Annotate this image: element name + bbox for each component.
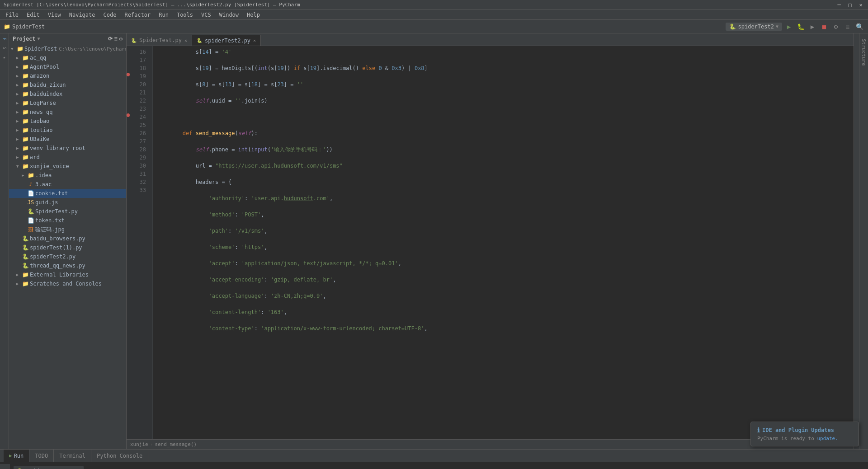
tree-item-taobao[interactable]: ▶📁taobao <box>9 117 126 126</box>
project-selector[interactable]: 📁 SpiderTest <box>4 23 45 30</box>
tree-item-news-qq[interactable]: ▶📁news_qq <box>9 108 126 117</box>
tree-item-idea[interactable]: ▶📁.idea <box>9 171 126 180</box>
tab-spidertest-py[interactable]: 🐍 SpiderTest.py ✕ <box>127 35 192 46</box>
editor-area: 🐍 SpiderTest.py ✕ 🐍 spiderTest2.py ✕ <box>127 33 854 449</box>
menu-edit[interactable]: Edit <box>23 11 43 19</box>
notification-link[interactable]: update. <box>817 436 838 441</box>
tree-item-spidertest-py[interactable]: ▶🐍SpiderTest.py <box>9 207 126 216</box>
tree-item-yanzhengma[interactable]: ▶🖼验证码.jpg <box>9 225 126 234</box>
tree-item-amazon[interactable]: ▶📁amazon <box>9 71 126 80</box>
tree-item-wrd[interactable]: ▶📁wrd <box>9 153 126 162</box>
run-minimize-btn[interactable]: — <box>77 467 80 469</box>
debug-button[interactable]: 🐛 <box>796 22 806 32</box>
stop-button[interactable]: ■ <box>819 22 829 32</box>
menu-view[interactable]: View <box>44 11 65 19</box>
tree-item-baiduindex[interactable]: ▶📁baiduindex <box>9 89 126 98</box>
project-header: Project ▼ ⟳ ≡ ⚙ <box>9 33 126 44</box>
code-line-17: s[19] = hexDigits[(int(s[19]) if s[19].i… <box>156 64 850 72</box>
code-line-32: 'content-length': '163', <box>156 308 850 316</box>
code-editor[interactable]: 16 17 18 19 20 21 22 23 24 25 26 27 28 2… <box>127 46 854 439</box>
coverage-button[interactable]: ▶ <box>807 22 817 32</box>
code-line-31: 'accept-language': 'zh-CN,zh;q=0.9', <box>156 292 850 300</box>
tree-item-guid[interactable]: ▶JSguid.js <box>9 198 126 207</box>
code-line-20 <box>156 113 850 121</box>
terminal-tab-label: Terminal <box>59 453 85 459</box>
settings-button[interactable]: ≡ <box>843 22 853 32</box>
code-line-25: 'authority': 'user.api.hudunsoft.com', <box>156 194 850 202</box>
build-button[interactable]: ⚙ <box>831 22 841 32</box>
tree-item-scratches[interactable]: ▶📁Scratches and Consoles <box>9 279 126 288</box>
breakpoint-19[interactable] <box>127 73 130 76</box>
project-settings-icon[interactable]: ≡ <box>114 36 118 42</box>
tree-item-baidu-zixun[interactable]: ▶📁baidu_zixun <box>9 80 126 89</box>
favorites-tool-icon[interactable]: ★ <box>0 53 9 61</box>
tree-item-spidertest2[interactable]: ▶🐍spiderTest2.py <box>9 252 126 261</box>
tree-item-thread-qq[interactable]: ▶🐍thread_qq_news.py <box>9 261 126 270</box>
project-gear-icon[interactable]: ⚙ <box>119 36 123 42</box>
code-content[interactable]: s[14] = '4' s[19] = hexDigits[(int(s[19]… <box>153 46 854 439</box>
bottom-panel: ▶ Run TODO Terminal Python Console ▶ ■ ⏸… <box>0 449 868 469</box>
tree-root[interactable]: ▼ 📁 SpiderTest C:\Users\lenovo\PycharmPr… <box>9 44 126 53</box>
run-subtab-close[interactable]: ✕ <box>65 467 68 469</box>
menu-bar: File Edit View Navigate Code Refactor Ru… <box>0 10 868 20</box>
structure-tab[interactable]: Structure <box>860 35 868 70</box>
structure-tool-icon[interactable]: S <box>0 44 9 52</box>
tree-item-ubaike[interactable]: ▶📁UBaiKe <box>9 135 126 144</box>
title-bar: SpiderTest [C:\Users\lenovo\PycharmProje… <box>0 0 868 10</box>
tree-item-spidertest1[interactable]: ▶🐍spiderTest(1).py <box>9 243 126 252</box>
menu-file[interactable]: File <box>2 11 22 19</box>
tab-close-spidertest2[interactable]: ✕ <box>253 38 256 43</box>
menu-refactor[interactable]: Refactor <box>121 11 154 19</box>
run-subtab-label[interactable]: spiderTest2 <box>26 467 62 469</box>
project-header-icons: ⟳ ≡ ⚙ <box>108 36 123 42</box>
tree-item-xunjie[interactable]: ▼📁xunjie_voice <box>9 162 126 171</box>
run-settings-btn[interactable]: ⚙ <box>72 467 75 469</box>
run-output: 🐍 spiderTest2 ✕ ⚙ — C:\Users\lenovo\Pych… <box>10 464 868 469</box>
menu-tools[interactable]: Tools <box>173 11 197 19</box>
notification-body: PyCharm is ready to update. <box>757 436 852 441</box>
minimize-button[interactable]: ─ <box>835 2 843 8</box>
tree-item-ac_qq[interactable]: ▶📁ac_qq <box>9 53 126 62</box>
code-line-23: url = "https://user.api.hudunsoft.com/v1… <box>156 162 850 170</box>
tree-item-external-libraries[interactable]: ▶📁External Libraries <box>9 270 126 279</box>
menu-window[interactable]: Window <box>216 11 242 19</box>
menu-navigate[interactable]: Navigate <box>66 11 99 19</box>
tree-item-cookie[interactable]: ▶📄cookie.txt <box>9 189 126 198</box>
menu-run[interactable]: Run <box>155 11 172 19</box>
maximize-button[interactable]: □ <box>846 2 854 8</box>
menu-help[interactable]: Help <box>243 11 264 19</box>
tree-item-3aac[interactable]: ▶♪3.aac <box>9 180 126 189</box>
tab-close-spidertest[interactable]: ✕ <box>184 38 187 43</box>
menu-code[interactable]: Code <box>100 11 120 19</box>
close-button[interactable]: ✕ <box>857 2 864 8</box>
breakpoint-24[interactable] <box>127 113 130 117</box>
run-rerun-button[interactable]: ▶ <box>1 466 9 469</box>
python-console-tab[interactable]: Python Console <box>91 450 148 462</box>
left-sidebar-icons: P S ★ <box>0 33 9 449</box>
terminal-tab[interactable]: Terminal <box>54 450 91 462</box>
run-left-icons: ▶ ■ ⏸ ↓ ⚙ ✕ <box>0 464 10 469</box>
project-tree: ▼ 📁 SpiderTest C:\Users\lenovo\PycharmPr… <box>9 44 126 449</box>
tree-item-agentpool[interactable]: ▶📁AgentPool <box>9 62 126 71</box>
search-everywhere-button[interactable]: 🔍 <box>854 22 864 32</box>
menu-vcs[interactable]: VCS <box>198 11 215 19</box>
toolbar: 📁 SpiderTest 🐍 spiderTest2 ▼ ▶ 🐛 ▶ ■ ⚙ ≡… <box>0 20 868 33</box>
tree-item-baidu-browsers[interactable]: ▶🐍baidu_browsers.py <box>9 234 126 243</box>
notification-icon: ℹ <box>757 427 760 434</box>
todo-tab[interactable]: TODO <box>29 450 54 462</box>
tab-spidertest2-py[interactable]: 🐍 spiderTest2.py ✕ <box>192 35 261 46</box>
tree-item-toutiao[interactable]: ▶📁toutiao <box>9 126 126 135</box>
tree-item-token[interactable]: ▶📄token.txt <box>9 216 126 225</box>
right-scrollbar[interactable] <box>854 33 859 449</box>
project-sync-icon[interactable]: ⟳ <box>108 36 113 42</box>
run-button[interactable]: ▶ <box>784 22 794 32</box>
code-line-18: s[8] = s[13] = s[18] = s[23] = '' <box>156 80 850 89</box>
tab-spidertest-label: SpiderTest.py <box>139 37 182 43</box>
tree-item-venv[interactable]: ▶📁venv library root <box>9 144 126 153</box>
tree-item-logparse[interactable]: ▶📁LogParse <box>9 98 126 108</box>
title-controls: ─ □ ✕ <box>835 2 864 8</box>
run-config-selector[interactable]: 🐍 spiderTest2 ▼ <box>726 23 782 31</box>
project-tool-icon[interactable]: P <box>0 35 9 43</box>
tab-spidertest2-label: spiderTest2.py <box>205 38 250 44</box>
run-tab[interactable]: ▶ Run <box>4 450 29 462</box>
